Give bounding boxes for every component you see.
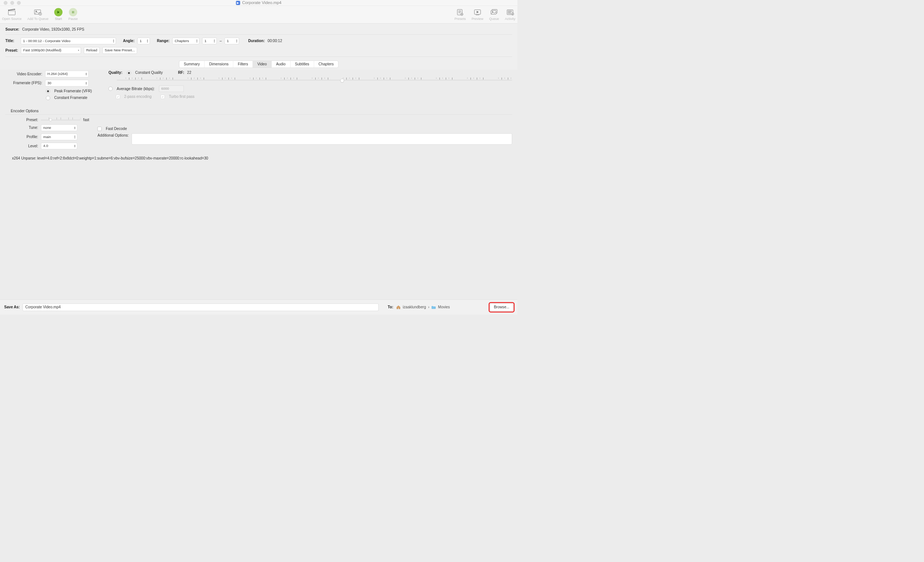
range-to-select[interactable]: 1 ▲▼ [225, 38, 239, 44]
turbo-first-pass-label: Turbo first pass [169, 94, 194, 99]
preview-button[interactable]: Preview [472, 8, 483, 21]
chevron-updown-icon: ▲▼ [74, 144, 76, 148]
minimize-window-button[interactable] [10, 1, 14, 5]
presets-icon [456, 8, 465, 16]
reload-label: Reload [86, 48, 97, 52]
encoder-preset-slider[interactable] [41, 117, 80, 122]
folder-icon [431, 305, 436, 309]
duration-value: 00:00:12 [268, 39, 282, 43]
encoder-preset-label: Preset: [6, 117, 38, 122]
presets-label: Presets [454, 17, 466, 21]
tab-video[interactable]: Video [253, 61, 272, 67]
save-as-label: Save As: [4, 305, 20, 309]
reload-button[interactable]: Reload [84, 47, 99, 54]
close-window-button[interactable] [4, 1, 8, 5]
video-encoder-value: H.264 (x264) [47, 72, 68, 76]
profile-select[interactable]: main ▲▼ [41, 134, 77, 140]
path-separator: › [428, 305, 429, 309]
window-filename: Corporate Video.mp4 [242, 0, 281, 5]
presets-button[interactable]: Presets [454, 8, 466, 21]
save-as-input[interactable]: Corporate Video.mp4 [22, 303, 378, 311]
x264-unparse-text: x264 Unparse: level=4.0:ref=2:8x8dct=0:w… [6, 152, 512, 161]
slider-thumb-icon [49, 118, 52, 121]
chevron-updown-icon: ▲▼ [213, 39, 215, 42]
slider-thumb-icon [340, 79, 344, 82]
angle-select[interactable]: 1 ▲▼ [138, 38, 150, 44]
window-title: ▶ Corporate Video.mp4 [236, 0, 281, 5]
svg-point-8 [462, 13, 462, 14]
bitrate-input[interactable]: 6000 [159, 85, 184, 92]
fps-label: Framerate (FPS): [6, 81, 42, 85]
start-label: Start [55, 17, 62, 21]
bitrate-placeholder: 6000 [161, 87, 169, 91]
destination-breadcrumb[interactable]: izaaklundberg › Movies [396, 305, 450, 309]
angle-value: 1 [140, 39, 141, 43]
pause-label: Pause [68, 17, 78, 21]
range-to-value: 1 [227, 39, 229, 43]
fast-decode-label: Fast Decode [106, 127, 127, 131]
tab-summary[interactable]: Summary [179, 61, 204, 67]
quality-label: Quality: [108, 71, 122, 75]
fps-value: 30 [47, 81, 51, 85]
tab-filters[interactable]: Filters [233, 61, 253, 67]
source-label: Source: [6, 27, 20, 32]
range-mode-select[interactable]: Chapters ▲▼ [172, 38, 199, 44]
average-bitrate-radio[interactable] [108, 87, 112, 91]
activity-button[interactable]: i Activity [505, 8, 515, 21]
tune-label: Tune: [6, 126, 38, 130]
open-source-button[interactable]: Open Source [2, 8, 22, 21]
video-panel: Video Encoder: H.264 (x264) ▲▼ Framerate… [0, 69, 518, 166]
duration-label: Duration: [248, 39, 265, 43]
tab-chapters[interactable]: Chapters [314, 61, 338, 67]
constant-framerate-radio[interactable] [46, 96, 50, 100]
tab-audio[interactable]: Audio [272, 61, 291, 67]
activity-label: Activity [505, 17, 515, 21]
preset-select[interactable]: Fast 1080p30 (Modified) ▼ [21, 47, 81, 54]
open-source-label: Open Source [2, 17, 22, 21]
source-summary: Source: Corporate Video, 1920x1080, 25 F… [0, 24, 518, 69]
peak-vfr-radio[interactable] [46, 89, 50, 93]
save-new-preset-button[interactable]: Save New Preset... [102, 47, 137, 54]
path-folder: Movies [438, 305, 450, 309]
tune-value: none [43, 126, 51, 130]
clapperboard-icon [8, 8, 16, 16]
profile-label: Profile: [6, 135, 38, 139]
tune-select[interactable]: none ▲▼ [41, 124, 77, 131]
activity-icon: i [506, 8, 515, 16]
two-pass-label: 2-pass encoding [124, 94, 152, 99]
additional-options-label: Additional Options: [98, 133, 129, 138]
encoder-preset-value: fast [83, 117, 89, 122]
preset-value: Fast 1080p30 (Modified) [23, 48, 62, 52]
title-select[interactable]: 1 - 00:00:12 - Corporate Video ▲▼ [21, 38, 116, 44]
start-button[interactable]: Start [54, 8, 63, 21]
fast-decode-checkbox[interactable] [98, 127, 102, 131]
home-icon [396, 305, 400, 309]
svg-rect-4 [72, 11, 73, 13]
footer-bar: Save As: Corporate Video.mp4 To: izaaklu… [0, 299, 518, 315]
browse-button[interactable]: Browse... [490, 303, 513, 311]
tab-subtitles[interactable]: Subtitles [291, 61, 314, 67]
level-select[interactable]: 4.0 ▲▼ [41, 142, 77, 149]
image-plus-icon [33, 8, 42, 16]
fps-select[interactable]: 30 ▲▼ [45, 80, 89, 87]
profile-value: main [43, 135, 51, 139]
pause-button[interactable]: Pause [68, 8, 78, 21]
save-as-value: Corporate Video.mp4 [26, 305, 61, 309]
range-from-select[interactable]: 1 ▲▼ [202, 38, 217, 44]
range-from-value: 1 [204, 39, 206, 43]
additional-options-input[interactable] [132, 133, 512, 144]
tab-dimensions[interactable]: Dimensions [204, 61, 233, 67]
constant-quality-radio[interactable] [127, 71, 131, 75]
video-encoder-select[interactable]: H.264 (x264) ▲▼ [45, 71, 89, 78]
svg-rect-5 [73, 11, 74, 13]
turbo-first-pass-checkbox [161, 94, 165, 99]
zoom-window-button[interactable] [17, 1, 21, 5]
chevron-updown-icon: ▲▼ [113, 39, 115, 42]
rf-slider[interactable] [117, 78, 512, 83]
level-value: 4.0 [43, 144, 48, 148]
svg-rect-0 [9, 11, 15, 15]
add-to-queue-button[interactable]: Add To Queue [27, 8, 48, 21]
queue-button[interactable]: Queue [489, 8, 499, 21]
level-label: Level: [6, 143, 38, 148]
video-encoder-label: Video Encoder: [6, 72, 42, 76]
